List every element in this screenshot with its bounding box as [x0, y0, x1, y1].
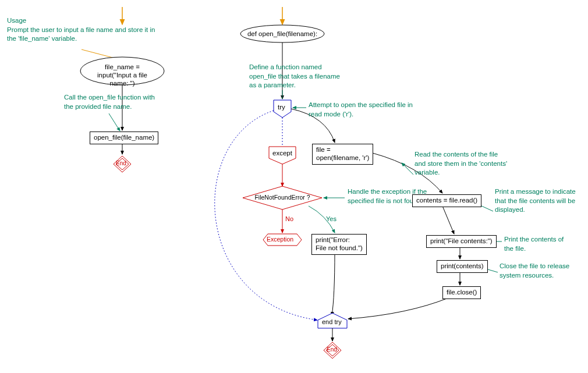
print-annotation: Print the contents of the file. [504, 235, 574, 253]
contents-box: contents = file.read() [412, 194, 481, 207]
def-annotation: Define a function named open_file that t… [249, 63, 342, 90]
print-msg-box: print("File contents:") [426, 235, 497, 248]
usage-annotation: Usage Prompt the user to input a file na… [7, 16, 158, 44]
usage-heading: Usage [7, 17, 26, 24]
try-annotation: Attempt to open the specified file in re… [309, 101, 413, 119]
print-contents-box: print(contents) [437, 260, 488, 273]
except-label: except [272, 150, 292, 157]
end-try-label: end try [322, 318, 342, 325]
right-end-label: End [327, 346, 337, 353]
read-annotation: Read the contents of the file and store … [415, 150, 508, 177]
call-annotation: Call the open_file function with the pro… [64, 93, 157, 111]
svg-line-4 [109, 113, 120, 131]
filenotfound-label: FileNotFoundError ? [252, 194, 313, 201]
msg-annotation: Print a message to indicate that the fil… [495, 187, 585, 215]
open-file-box: file = open(filename, 'r') [312, 144, 373, 165]
left-end-label: End [116, 160, 126, 166]
close-box: file.close() [442, 286, 481, 299]
print-error-box: print("Error: File not found.") [311, 234, 367, 255]
usage-text: Prompt the user to input a file name and… [7, 26, 155, 42]
def-ellipse-label: def open_file(filename): [245, 30, 320, 38]
try-label: try [278, 104, 285, 111]
no-label: No [285, 215, 293, 222]
flowchart-svg [0, 0, 588, 373]
input-ellipse-label: file_name = input("Input a file name: ") [87, 63, 157, 87]
svg-line-15 [402, 163, 413, 175]
svg-line-1 [82, 49, 119, 59]
close-annotation: Close the file to release system resourc… [500, 262, 581, 280]
open-file-call-box: open_file(file_name) [90, 132, 158, 144]
exception-label: Exception [267, 236, 293, 243]
svg-line-16 [442, 206, 454, 234]
yes-label: Yes [326, 215, 336, 222]
